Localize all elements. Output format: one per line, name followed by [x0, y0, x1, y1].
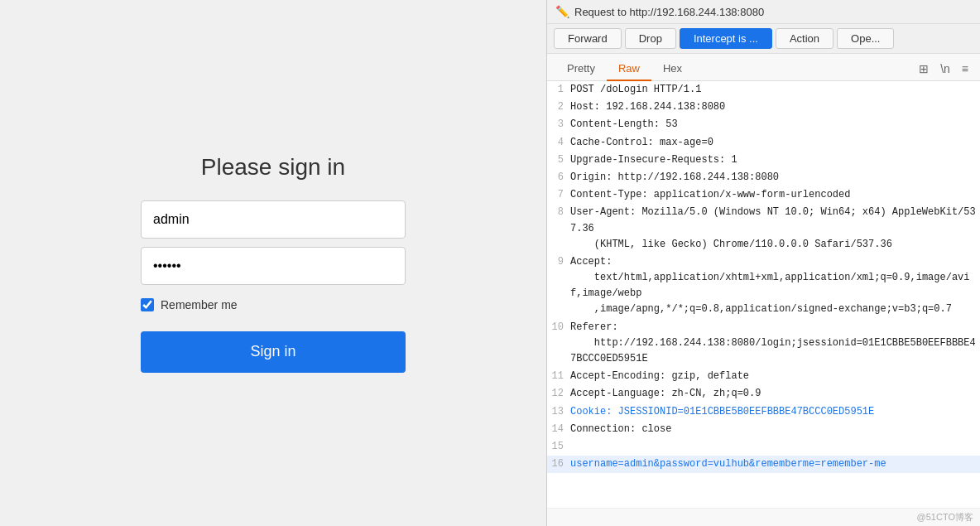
- http-body-line: 16 username=admin&password=vulhub&rememb…: [547, 456, 980, 473]
- http-line: 7 Content-Type: application/x-www-form-u…: [547, 186, 980, 204]
- http-line: 4 Cache-Control: max-age=0: [547, 134, 980, 152]
- http-line: 12 Accept-Language: zh-CN, zh;q=0.9: [547, 385, 980, 403]
- login-form: Remember me Sign in: [141, 200, 406, 373]
- sign-in-button[interactable]: Sign in: [141, 331, 406, 373]
- tab-hex[interactable]: Hex: [651, 57, 694, 81]
- forward-button[interactable]: Forward: [554, 28, 622, 49]
- remember-checkbox[interactable]: [141, 298, 154, 311]
- menu-icon[interactable]: ≡: [958, 60, 972, 77]
- action-button[interactable]: Action: [776, 28, 833, 49]
- http-line: 14 Connection: close: [547, 421, 980, 438]
- http-line: 5 Upgrade-Insecure-Requests: 1: [547, 152, 980, 169]
- tab-pretty[interactable]: Pretty: [555, 57, 607, 81]
- format-icon[interactable]: ⊞: [915, 60, 932, 77]
- http-line: 13 Cookie: JSESSIONID=01E1CBBE5B0EEFBBBE…: [547, 403, 980, 421]
- remember-label: Remember me: [161, 298, 238, 311]
- http-line: 10 Referer: http://192.168.244.138:8080/…: [547, 319, 980, 369]
- remember-row: Remember me: [141, 298, 406, 311]
- username-input[interactable]: [141, 200, 406, 239]
- intercept-button[interactable]: Intercept is ...: [680, 28, 772, 49]
- http-line: 3 Content-Length: 53: [547, 116, 980, 133]
- open-button[interactable]: Ope...: [837, 28, 894, 49]
- http-line: 9 Accept: text/html,application/xhtml+xm…: [547, 253, 980, 319]
- http-line: 15: [547, 438, 980, 456]
- http-line: 1 POST /doLogin HTTP/1.1: [547, 81, 980, 99]
- burp-panel: ✏️ Request to http://192.168.244.138:808…: [546, 0, 980, 526]
- tab-bar: Pretty Raw Hex ⊞ \n ≡: [547, 54, 980, 81]
- http-line: 2 Host: 192.168.244.138:8080: [547, 99, 980, 116]
- newline-icon[interactable]: \n: [937, 60, 954, 77]
- password-input[interactable]: [141, 247, 406, 285]
- login-title: Please sign in: [201, 154, 345, 181]
- http-line: 11 Accept-Encoding: gzip, deflate: [547, 368, 980, 385]
- pencil-icon: ✏️: [555, 5, 569, 18]
- burp-toolbar: Forward Drop Intercept is ... Action Ope…: [547, 24, 980, 54]
- tab-actions: ⊞ \n ≡: [915, 60, 972, 80]
- http-line: 6 Origin: http://192.168.244.138:8080: [547, 169, 980, 186]
- http-line: 8 User-Agent: Mozilla/5.0 (Windows NT 10…: [547, 204, 980, 253]
- drop-button[interactable]: Drop: [625, 28, 676, 49]
- tab-raw[interactable]: Raw: [607, 57, 651, 81]
- http-content: 1 POST /doLogin HTTP/1.1 2 Host: 192.168…: [547, 81, 980, 508]
- burp-title-bar: ✏️ Request to http://192.168.244.138:808…: [547, 0, 980, 24]
- login-panel: Please sign in Remember me Sign in: [0, 0, 546, 526]
- watermark: @51CTO博客: [547, 508, 980, 526]
- burp-url: Request to http://192.168.244.138:8080: [574, 6, 764, 18]
